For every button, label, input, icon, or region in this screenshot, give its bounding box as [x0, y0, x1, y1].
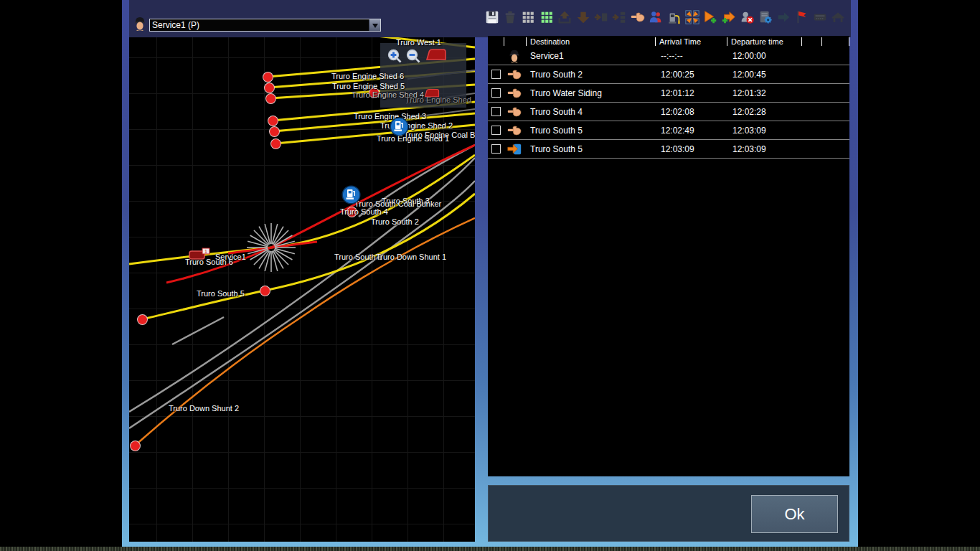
column-header-blank-1 — [504, 37, 526, 46]
timetable-header: DestinationArrival TimeDeparture time — [488, 36, 849, 47]
row-checkbox[interactable] — [491, 88, 501, 98]
delete-button[interactable] — [501, 9, 518, 26]
track-end-marker[interactable] — [268, 116, 278, 126]
column-header-blank-6 — [821, 37, 849, 46]
ok-button[interactable]: Ok — [751, 495, 838, 533]
import-button[interactable] — [557, 9, 573, 26]
departure-cell: 12:02:28 — [727, 107, 766, 117]
track-end-marker[interactable] — [260, 286, 270, 296]
track-end-marker[interactable] — [269, 126, 280, 137]
arrival-cell: 12:00:25 — [655, 70, 694, 80]
driver-icon — [131, 15, 149, 32]
track-lines — [129, 37, 475, 542]
arrival-cell: 12:01:12 — [655, 88, 694, 98]
column-header-departure-time: Departure time — [727, 37, 801, 46]
departure-cell: 12:00:45 — [727, 70, 766, 80]
column-header-blank-0 — [488, 37, 504, 46]
go-arrow-button[interactable] — [776, 9, 792, 26]
track-end-marker[interactable] — [264, 83, 275, 93]
grid-white-button[interactable] — [520, 9, 537, 26]
consist-icon[interactable] — [424, 88, 440, 96]
destination-cell: Truro South 5 — [526, 126, 583, 136]
footer-panel: Ok — [488, 485, 849, 542]
passengers-button[interactable] — [648, 9, 664, 26]
column-header-arrival-time: Arrival Time — [655, 37, 727, 46]
editor-window: Service1 (P) Truro West 1Truro Engine Sh… — [122, 0, 858, 547]
destination-cell: Service1 — [526, 51, 564, 61]
arrival-cell: 12:02:49 — [655, 126, 694, 136]
properties-button[interactable] — [757, 9, 773, 26]
refuel-button[interactable] — [666, 9, 682, 26]
toolbar — [484, 7, 847, 27]
table-row[interactable]: Truro South 512:03:0912:03:09 — [488, 140, 849, 159]
chevron-down-icon[interactable] — [369, 19, 380, 31]
track-end-marker[interactable] — [347, 207, 357, 217]
departure-cell: 12:03:09 — [727, 126, 766, 136]
table-row[interactable]: Truro Water Siding12:01:1212:01:32 — [488, 84, 849, 103]
track-end-marker[interactable] — [130, 441, 141, 451]
grid-green-button[interactable] — [538, 9, 555, 26]
save-button[interactable] — [484, 9, 500, 26]
flag-button[interactable] — [793, 9, 810, 26]
row-checkbox[interactable] — [491, 126, 501, 135]
row-checkbox[interactable] — [491, 70, 501, 79]
fuel-point-icon[interactable] — [390, 117, 409, 136]
service-dropdown[interactable]: Service1 (P) — [149, 19, 381, 32]
destination-cell: Truro Water Siding — [526, 88, 602, 98]
destination-cell: Truro South 2 — [526, 70, 583, 80]
map-canvas[interactable]: Truro West 1Truro Engine Shed 6Truro Eng… — [129, 37, 475, 542]
move-right-button[interactable] — [593, 9, 609, 26]
service-dropdown-value: Service1 (P) — [152, 19, 199, 31]
table-row[interactable]: Service1--:--:--12:00:00 — [488, 47, 849, 65]
hand-icon — [507, 123, 522, 138]
table-row[interactable]: Truro South 512:02:4912:03:09 — [488, 121, 849, 140]
column-header-blank-5 — [801, 37, 821, 46]
departure-cell: 12:03:09 — [727, 144, 766, 154]
player-train-icon[interactable]: 1 — [189, 248, 210, 260]
track-end-marker[interactable] — [369, 88, 380, 98]
column-header-destination: Destination — [526, 37, 655, 46]
consist-icon[interactable] — [425, 48, 447, 60]
departure-cell: 12:01:32 — [727, 88, 766, 98]
track-end-marker[interactable] — [263, 72, 273, 83]
add-service-button[interactable] — [702, 9, 719, 26]
depot-button[interactable] — [830, 9, 847, 26]
table-row[interactable]: Truro South 212:00:2512:00:45 — [488, 65, 849, 84]
remove-driver-button[interactable] — [739, 9, 755, 26]
move-right-multi-button[interactable] — [611, 9, 628, 26]
arrival-cell: 12:03:09 — [655, 144, 694, 154]
zoom-in-button[interactable] — [386, 47, 403, 65]
driver-icon — [507, 48, 522, 64]
final-stop-icon — [507, 141, 522, 157]
arrival-cell: --:--:-- — [655, 51, 683, 61]
panel-button[interactable] — [811, 9, 828, 26]
track-end-marker[interactable] — [270, 138, 281, 149]
arrival-cell: 12:02:08 — [655, 107, 694, 117]
table-row[interactable]: Truro South 412:02:0812:02:28 — [488, 103, 849, 121]
export-button[interactable] — [575, 9, 591, 26]
departure-cell: 12:00:00 — [727, 51, 766, 61]
center-arrows-button[interactable] — [684, 9, 700, 26]
fuel-point-icon[interactable] — [341, 185, 361, 204]
timetable-body: Service1--:--:--12:00:00Truro South 212:… — [488, 47, 849, 159]
hand-icon — [507, 85, 522, 101]
zoom-out-button[interactable] — [405, 47, 422, 65]
map-overlay-panel — [380, 43, 466, 108]
track-end-marker[interactable] — [265, 93, 276, 104]
desktop-texture-strip — [0, 547, 980, 551]
svg-text:1: 1 — [204, 249, 207, 254]
row-checkbox[interactable] — [491, 107, 501, 116]
destination-cell: Truro South 4 — [526, 107, 583, 117]
hand-icon — [507, 67, 522, 83]
add-waypoint-button[interactable] — [720, 9, 737, 26]
instruction-hand-button[interactable] — [629, 9, 646, 26]
destination-cell: Truro South 5 — [526, 144, 583, 154]
hand-icon — [507, 104, 522, 120]
track-end-marker[interactable] — [137, 314, 148, 325]
timetable: DestinationArrival TimeDeparture time Se… — [488, 36, 849, 476]
row-checkbox[interactable] — [491, 144, 501, 154]
